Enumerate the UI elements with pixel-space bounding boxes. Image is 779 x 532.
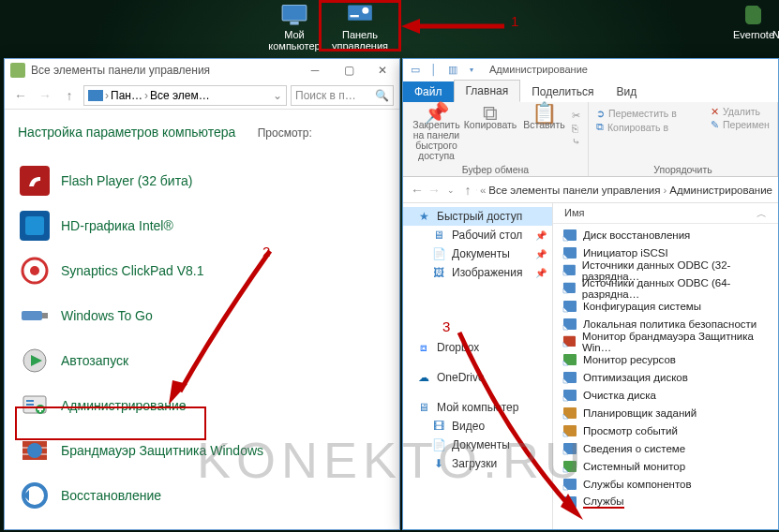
shortcut-icon [562, 281, 577, 296]
svg-rect-30 [476, 189, 477, 190]
qat-properties-icon[interactable]: ▥ [446, 63, 459, 76]
file-item[interactable]: Службы [553, 493, 778, 510]
cp-item-windows-to-go[interactable]: Windows To Go [14, 293, 390, 338]
evernote-icon [738, 3, 770, 27]
video-icon: 🎞 [431, 419, 446, 434]
control-panel-tiny-icon [88, 88, 103, 103]
shortcut-icon: ⤷ [572, 136, 580, 147]
cp-item-intel-graphics[interactable]: HD-графика Intel® [14, 203, 390, 248]
navigation-pane: ★Быстрый доступ 🖥Рабочий стол📌 📄Документ… [403, 203, 553, 529]
file-list-area: Имя ︿ Диск восстановленияИнициатор iSCSI… [553, 203, 778, 529]
tab-file[interactable]: Файл [403, 81, 454, 102]
shortcut-icon [562, 245, 577, 260]
nav-documents-2[interactable]: 📄Документы [403, 436, 552, 454]
close-button[interactable]: ✕ [366, 59, 399, 81]
file-item[interactable]: Конфигурация системы [553, 297, 778, 315]
onedrive-icon: ☁ [416, 370, 431, 385]
column-header-name[interactable]: Имя ︿ [553, 203, 778, 224]
nav-my-pc[interactable]: 🖥Мой компьютер [403, 398, 552, 417]
address-field[interactable]: › Пан… › Все элем… ⌄ [83, 85, 287, 106]
window-titlebar[interactable]: Все элементы панели управления ─ ▢ ✕ [5, 59, 399, 81]
explorer-titlebar[interactable]: ▭ │ ▥ ▾ Администрирование [403, 59, 778, 80]
monitor-icon [278, 3, 310, 27]
nav-desktop[interactable]: 🖥Рабочий стол📌 [403, 226, 552, 244]
nav-documents[interactable]: 📄Документы📌 [403, 244, 552, 263]
file-item[interactable]: Просмотр событий [553, 421, 778, 439]
svg-rect-19 [26, 404, 34, 406]
cp-item-autoplay[interactable]: Автозапуск [14, 338, 390, 383]
desktop-icon-my-computer[interactable]: Мой компьютер [262, 3, 326, 52]
tab-share[interactable]: Поделиться [520, 81, 605, 102]
file-item[interactable]: Монитор брандмауэра Защитника Win… [553, 332, 778, 350]
shortcut-icon [562, 334, 577, 349]
window-title: Все элементы панели управления [31, 64, 210, 77]
file-name: Монитор брандмауэра Защитника Win… [582, 331, 772, 353]
search-icon: 🔍 [375, 89, 389, 102]
delete-icon: ✕ [711, 106, 719, 117]
up-button[interactable]: ↑ [459, 183, 476, 198]
pin-icon: 📌 [535, 249, 547, 259]
cp-item-synaptics[interactable]: Synaptics ClickPad V8.1 [14, 248, 390, 293]
file-item[interactable]: Системный монитор [553, 457, 778, 475]
nav-downloads[interactable]: ⬇Загрузки [403, 454, 552, 473]
minimize-button[interactable]: ─ [298, 59, 332, 81]
shortcut-icon [562, 477, 577, 492]
svg-point-12 [30, 266, 39, 275]
qat-dropdown-icon[interactable]: ▾ [465, 63, 478, 76]
file-item[interactable]: Очистка диска [553, 386, 778, 404]
nav-quick-access[interactable]: ★Быстрый доступ [403, 207, 552, 226]
forward-button[interactable]: → [35, 88, 55, 103]
file-item[interactable]: Диск восстановления [553, 226, 778, 244]
tab-home[interactable]: Главная [454, 80, 521, 102]
path-icon: ⎘ [572, 123, 578, 134]
back-button[interactable]: ← [10, 88, 31, 103]
pictures-icon: 🖼 [431, 265, 446, 280]
nav-pictures[interactable]: 🖼Изображения📌 [403, 263, 552, 282]
ribbon-delete-button[interactable]: ✕Удалить [711, 106, 770, 117]
dropbox-icon: ⧈ [416, 340, 431, 355]
annotation-box-1 [319, 0, 401, 52]
pin-icon: 📌 [535, 268, 547, 278]
file-item[interactable]: Монитор ресурсов [553, 350, 778, 368]
file-item[interactable]: Сведения о системе [553, 439, 778, 457]
flash-icon [20, 166, 50, 196]
file-item[interactable]: Службы компонентов [553, 475, 778, 493]
nav-onedrive[interactable]: ☁OneDrive [403, 368, 552, 387]
up-button[interactable]: ↑ [59, 88, 80, 103]
paste-icon: 📋 [532, 108, 557, 118]
file-item[interactable]: Источники данных ODBC (64-разрядна… [553, 279, 778, 297]
ribbon-rename-button[interactable]: ✎Переимен [711, 119, 770, 130]
ribbon-paste-shortcut-button[interactable]: ⤷ [572, 136, 580, 147]
search-field[interactable]: Поиск в п… 🔍 [291, 85, 394, 106]
nav-videos[interactable]: 🎞Видео [403, 417, 552, 436]
history-dropdown[interactable]: ⌄ [442, 185, 459, 195]
shortcut-icon [562, 370, 577, 385]
shortcut-icon [562, 406, 577, 421]
ribbon-copy-path-button[interactable]: ⎘ [572, 123, 580, 134]
sort-indicator-icon: ︿ [757, 207, 767, 221]
cp-item-flash[interactable]: Flash Player (32 бита) [14, 158, 390, 203]
annotation-number-3: 3 [442, 318, 450, 334]
ribbon-cut-button[interactable]: ✂ [572, 110, 580, 121]
file-name: Конфигурация системы [583, 301, 701, 312]
desktop-icon-evernote[interactable]: Evernote [722, 3, 779, 40]
cp-item-recovery[interactable]: Восстановление [14, 473, 390, 518]
control-panel-items: Flash Player (32 бита) HD-графика Intel®… [5, 147, 399, 529]
shortcut-icon [562, 423, 577, 438]
nav-dropbox[interactable]: ⧈Dropbox [403, 338, 552, 357]
shortcut-icon [562, 299, 577, 314]
forward-button[interactable]: → [426, 183, 442, 198]
pin-icon: 📌 [535, 230, 547, 241]
file-item[interactable]: Планировщик заданий [553, 404, 778, 421]
file-item[interactable]: Оптимизация дисков [553, 368, 778, 386]
control-panel-small-icon [10, 63, 25, 78]
back-button[interactable]: ← [409, 183, 426, 198]
maximize-button[interactable]: ▢ [332, 59, 366, 81]
explorer-address-bar: ← → ⌄ ↑ « Все элементы панели управления… [403, 177, 778, 203]
autoplay-icon [20, 346, 50, 376]
svg-rect-18 [26, 400, 34, 402]
tab-view[interactable]: Вид [605, 81, 648, 102]
address-field[interactable]: « Все элементы панели управления › Админ… [476, 183, 772, 198]
ribbon-group-organize: Упорядочить [589, 164, 777, 175]
documents-icon: 📄 [431, 437, 446, 452]
